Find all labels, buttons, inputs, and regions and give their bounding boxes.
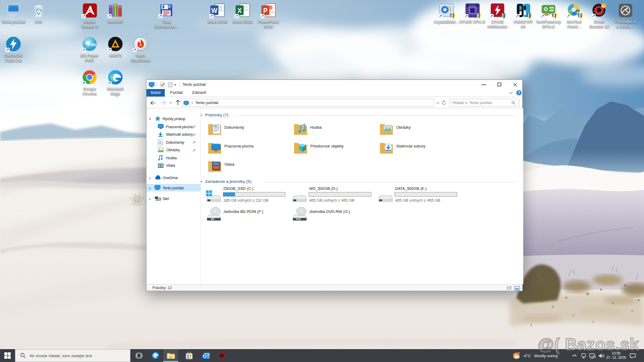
svg-text:X: X	[237, 7, 241, 14]
svg-text:9+: 9+	[602, 4, 605, 8]
svg-text:DVD: DVD	[296, 218, 301, 220]
svg-text:W: W	[211, 7, 218, 14]
svg-text:P: P	[263, 7, 267, 14]
svg-text:BD: BD	[211, 218, 214, 220]
svg-text:BS: BS	[91, 43, 97, 47]
